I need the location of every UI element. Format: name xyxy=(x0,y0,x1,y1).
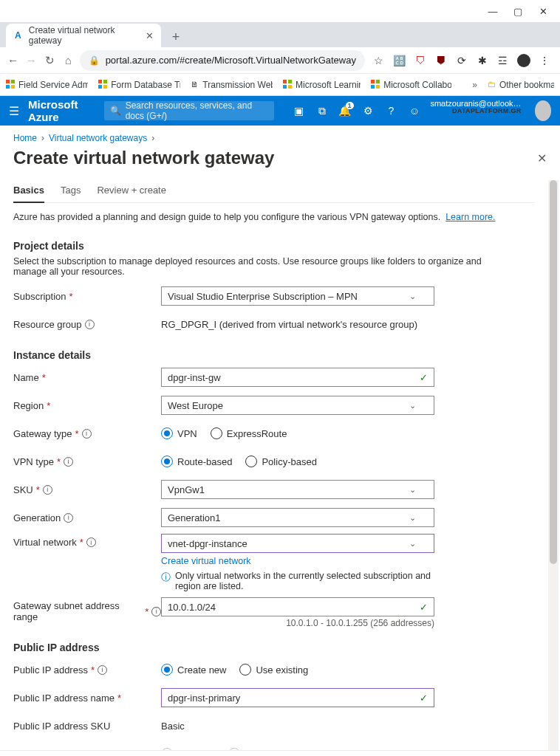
readinglist-icon[interactable]: ☲ xyxy=(496,54,510,67)
bookmarks-bar: Field Service Admin… Form Database Trai…… xyxy=(0,74,560,96)
vertical-scrollbar[interactable] xyxy=(548,180,559,750)
chevron-down-icon: ⌄ xyxy=(409,292,416,301)
tab-close-icon[interactable]: ✕ xyxy=(146,30,154,41)
generation-select[interactable]: Generation1⌄ xyxy=(161,508,434,527)
label-pip-sku: Public IP address SKU xyxy=(13,721,161,732)
tab-basics[interactable]: Basics xyxy=(13,180,44,203)
subscription-select[interactable]: Visual Studio Enterprise Subscription – … xyxy=(161,286,434,306)
chevron-down-icon: ⌄ xyxy=(409,401,416,410)
bookmark-item[interactable]: Form Database Trai… xyxy=(98,80,180,90)
learn-more-link[interactable]: Learn more. xyxy=(445,212,495,222)
window-titlebar: — ▢ ✕ xyxy=(0,0,560,22)
info-icon[interactable]: i xyxy=(64,513,73,523)
browser-toolbar: ← → ↻ ⌂ 🔒 portal.azure.com/#create/Micro… xyxy=(0,47,560,74)
pip-sku-value: Basic xyxy=(161,721,185,732)
section-project-details: Project details xyxy=(13,240,535,252)
label-gateway-type: Gateway type * i xyxy=(13,428,161,439)
browser-tabstrip: A Create virtual network gateway ✕ + xyxy=(0,22,560,47)
extensions-row: ☆ 🔠 ⛉ ⛊ ⟳ ✱ ☲ ⋮ xyxy=(369,54,554,67)
azure-topbar: ☰ Microsoft Azure 🔍 Search resources, se… xyxy=(0,96,560,126)
star-icon[interactable]: ☆ xyxy=(372,54,386,67)
settings-icon[interactable]: ⚙ xyxy=(361,105,375,117)
name-input[interactable]: dpgr-inst-gw xyxy=(161,368,434,387)
hamburger-icon[interactable]: ☰ xyxy=(9,104,19,118)
info-icon[interactable]: i xyxy=(43,485,52,495)
label-subscription: Subscription * xyxy=(13,291,161,302)
info-icon[interactable]: i xyxy=(151,607,161,616)
ms-logo-icon xyxy=(98,80,107,90)
breadcrumb-home[interactable]: Home xyxy=(13,133,37,143)
radio-route-based[interactable]: Route-based xyxy=(161,456,232,467)
azure-search-input[interactable]: 🔍 Search resources, services, and docs (… xyxy=(104,101,274,120)
new-tab-button[interactable]: + xyxy=(165,27,186,47)
window-close-button[interactable]: ✕ xyxy=(530,2,556,20)
nav-reload-button[interactable]: ↻ xyxy=(43,52,57,69)
nav-home-button[interactable]: ⌂ xyxy=(61,52,75,69)
notif-badge: 1 xyxy=(346,102,354,109)
folder-icon: 🗀 xyxy=(488,80,496,90)
tab-tags[interactable]: Tags xyxy=(61,180,81,202)
label-sku: SKU * i xyxy=(13,484,161,495)
blade-header: Create virtual network gateway ✕ xyxy=(0,143,560,180)
sync-icon[interactable]: ⟳ xyxy=(455,54,468,67)
address-bar[interactable]: 🔒 portal.azure.com/#create/Microsoft.Vir… xyxy=(80,50,365,71)
translate-icon[interactable]: 🔠 xyxy=(393,54,406,67)
info-icon[interactable]: i xyxy=(82,429,92,439)
browser-tab[interactable]: A Create virtual network gateway ✕ xyxy=(6,24,161,47)
ms-logo-icon xyxy=(6,80,15,90)
chevron-down-icon: ⌄ xyxy=(409,539,416,549)
address-text: portal.azure.com/#create/Microsoft.Virtu… xyxy=(106,55,356,66)
section-public-ip: Public IP address xyxy=(13,642,535,653)
puzzle-icon[interactable]: ✱ xyxy=(476,54,489,67)
help-icon[interactable]: ? xyxy=(384,105,398,117)
ublock-icon[interactable]: ⛊ xyxy=(434,54,448,67)
azure-favicon-icon: A xyxy=(13,30,23,41)
azure-brand[interactable]: Microsoft Azure xyxy=(28,98,95,123)
bookmark-item[interactable]: Field Service Admin… xyxy=(6,80,88,90)
pip-name-input[interactable]: dpgr-inst-primary xyxy=(161,688,434,707)
subnet-input[interactable]: 10.0.1.0/24 xyxy=(161,597,434,616)
cloudshell-icon[interactable]: ▣ xyxy=(292,105,306,117)
region-select[interactable]: West Europe⌄ xyxy=(161,396,434,415)
label-vpn-type: VPN type * i xyxy=(13,456,161,467)
info-icon[interactable]: i xyxy=(64,457,73,467)
shield-icon[interactable]: ⛉ xyxy=(414,54,427,67)
bookmarks-overflow-icon[interactable]: » xyxy=(472,80,477,90)
window-maximize-button[interactable]: ▢ xyxy=(505,2,530,20)
tab-review[interactable]: Review + create xyxy=(97,180,166,202)
radio-vpn[interactable]: VPN xyxy=(161,427,197,439)
breadcrumb-vng[interactable]: Virtual network gateways xyxy=(49,133,147,143)
vnet-select[interactable]: vnet-dpgr-instance⌄ xyxy=(161,534,434,553)
window-minimize-button[interactable]: — xyxy=(480,2,505,20)
lock-icon: 🔒 xyxy=(89,55,100,66)
info-icon[interactable]: i xyxy=(85,320,95,329)
scrollbar-thumb[interactable] xyxy=(550,180,557,564)
blade-close-button[interactable]: ✕ xyxy=(537,151,547,165)
other-bookmarks-folder[interactable]: 🗀Other bookmarks xyxy=(488,80,554,90)
account-menu[interactable]: smatzouranis@outlook… DATAPLATFORM.GR xyxy=(430,99,521,123)
profile-avatar-icon[interactable] xyxy=(517,54,530,67)
project-subtext: Select the subscription to manage deploy… xyxy=(13,256,516,277)
radio-expressroute[interactable]: ExpressRoute xyxy=(211,427,287,439)
page-icon: 🗎 xyxy=(191,80,199,90)
nav-forward-button[interactable]: → xyxy=(24,52,38,69)
account-avatar-icon[interactable] xyxy=(535,100,552,121)
directories-icon[interactable]: ⧉ xyxy=(315,105,329,117)
create-vnet-link[interactable]: Create virtual network xyxy=(161,556,434,566)
wizard-footer: Review + create < Previous Next : Tags >… xyxy=(0,750,560,756)
bookmark-item[interactable]: 🗎Transmission Web I… xyxy=(191,80,273,90)
radio-policy-based[interactable]: Policy-based xyxy=(245,456,316,467)
intro-text: Azure has provided a planning and design… xyxy=(13,203,535,227)
radio-create-new[interactable]: Create new xyxy=(161,664,226,676)
label-public-ip: Public IP address * i xyxy=(13,664,161,676)
bookmark-item[interactable]: Microsoft Learning… xyxy=(283,80,361,90)
chrome-menu-icon[interactable]: ⋮ xyxy=(538,54,551,67)
notifications-icon[interactable]: 🔔1 xyxy=(338,105,352,117)
radio-use-existing[interactable]: Use existing xyxy=(239,664,308,676)
bookmark-item[interactable]: Microsoft Collabora… xyxy=(371,80,451,90)
info-icon[interactable]: i xyxy=(98,665,107,675)
nav-back-button[interactable]: ← xyxy=(6,52,20,69)
info-icon[interactable]: i xyxy=(86,537,96,547)
feedback-icon[interactable]: ☺ xyxy=(407,105,421,117)
sku-select[interactable]: VpnGw1⌄ xyxy=(161,480,434,499)
